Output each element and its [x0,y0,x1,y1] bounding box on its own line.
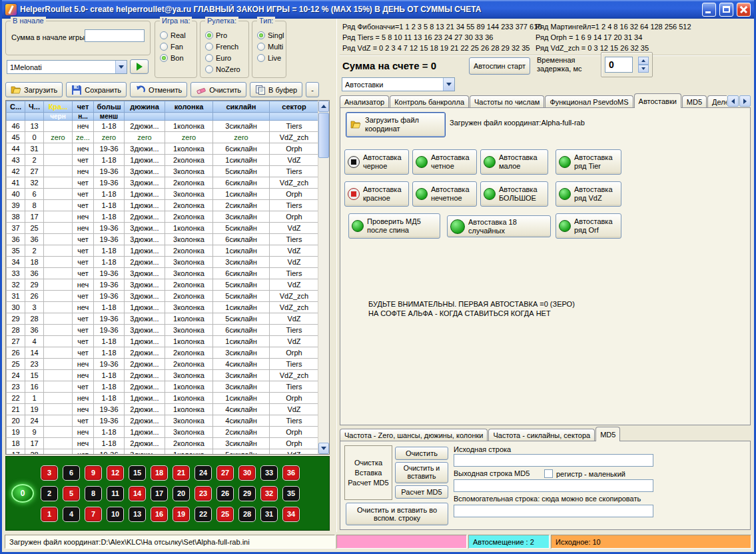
play-button[interactable] [130,59,149,74]
chevron-down-icon[interactable] [443,78,454,91]
tab-Контроль банкролла[interactable]: Контроль банкролла [390,95,469,108]
start-sum-input[interactable] [85,29,145,42]
calc-md5-button[interactable]: Расчет MD5 [395,485,448,499]
board-number-25[interactable]: 25 [216,507,234,522]
bet-button[interactable]: Автоставка ряд VdZ [556,181,621,207]
spin-row[interactable]: 2024чернчет19-362дюжи...3колонка4сиклайн… [7,415,319,427]
board-number-2[interactable]: 2 [41,486,58,501]
board-number-14[interactable]: 14 [129,486,146,501]
scroll-up-button[interactable] [318,101,329,112]
board-number-31[interactable]: 31 [260,507,278,522]
board-number-9[interactable]: 9 [85,465,102,481]
source-string-input[interactable] [454,454,653,467]
board-number-18[interactable]: 18 [151,465,168,481]
board-number-34[interactable]: 34 [282,507,300,522]
board-number-1[interactable]: 1 [41,507,58,522]
board-number-8[interactable]: 8 [85,486,102,501]
tab-scroll-left-button[interactable] [727,95,739,107]
bet-button[interactable]: Автоставка красное [344,181,409,207]
eraser-button[interactable]: Очистить [190,82,246,97]
spin-row[interactable]: 3126чернчет19-363дюжи...2колонка5сиклайн… [7,291,319,302]
delay-value[interactable]: 0 [605,57,633,73]
board-number-7[interactable]: 7 [85,507,102,522]
board-number-3[interactable]: 3 [41,465,58,481]
board-number-21[interactable]: 21 [173,465,190,481]
md5-output-input[interactable] [454,479,653,492]
spin-row[interactable]: 3229черннеч19-363дюжи...2колонка5сиклайн… [7,279,319,291]
autobets-combo[interactable]: Автоставки [342,77,455,91]
chevron-down-icon[interactable] [115,61,127,73]
board-number-5[interactable]: 5 [63,486,80,501]
tab-Частоты по числам[interactable]: Частоты по числам [470,95,544,108]
radio-Pro[interactable]: Pro [205,29,248,41]
spin-row[interactable]: 3817черннеч1-182дюжи...2колонка3сиклайнO… [7,211,319,223]
spin-row[interactable]: 2614кра...чет1-182дюжи...2колонка3сиклай… [7,347,319,359]
spin-row[interactable]: 303кра...неч1-181дюжи...3колонка1сиклайн… [7,302,319,313]
scroll-down-button[interactable] [318,443,329,454]
radio-Live[interactable]: Live [257,52,285,63]
close-button[interactable] [737,3,751,17]
spin-row[interactable]: 199кра...неч1-181дюжи...3колонка2сиклайн… [7,427,319,438]
spin-row[interactable]: 2415черннеч1-182дюжи...3колонка3сиклайнV… [7,370,319,381]
board-number-23[interactable]: 23 [194,486,212,501]
undo-button[interactable]: Отменить [130,82,187,97]
minimize-button[interactable] [702,3,716,17]
tab-Частота - сиклайны, сектора[interactable]: Частота - сиклайны, сектора [488,429,595,441]
board-number-19[interactable]: 19 [173,507,190,522]
board-number-10[interactable]: 10 [107,507,124,522]
bet-button[interactable]: Проверить МД5 после спина [348,213,440,239]
board-number-15[interactable]: 15 [129,465,146,481]
spin-row[interactable]: 4132кра...чет19-363дюжи...2колонка6сикла… [7,177,319,189]
lowercase-checkbox[interactable] [544,469,553,478]
spin-row[interactable]: 432чернчет1-181дюжи...2колонка1сиклайнVd… [7,155,319,166]
board-number-33[interactable]: 33 [260,465,278,481]
tab-Автоставки[interactable]: Автоставки [634,93,681,108]
board-number-35[interactable]: 35 [282,486,300,501]
radio-French[interactable]: French [205,41,248,52]
bet-button[interactable]: Автоставка малое [480,149,548,175]
board-number-32[interactable]: 32 [260,486,278,501]
aux-string-input[interactable] [454,505,653,517]
board-number-0[interactable]: 0 [11,484,34,503]
floppy-button[interactable]: Сохранить [66,82,127,97]
table-scrollbar[interactable] [318,101,329,454]
spin-row[interactable]: 4227кра...неч19-363дюжи...3колонка5сикла… [7,166,319,177]
clipboard-button[interactable]: В буфер [250,82,302,97]
board-number-11[interactable]: 11 [107,486,124,501]
spin-row[interactable]: 450zeroze...zerozerozerozeroVdZ_zch [7,132,319,143]
spin-row[interactable]: 406чернчет1-181дюжи...3колонка1сиклайнOr… [7,189,319,200]
autospin-button[interactable]: Автоспин старт [469,57,530,75]
radio-Real[interactable]: Real [160,29,196,41]
spin-row[interactable]: 3636кра...чет19-363дюжи...3колонка6сикла… [7,234,319,245]
spin-row[interactable]: 3418чернчет1-182дюжи...3колонка3сиклайнV… [7,257,319,268]
board-number-24[interactable]: 24 [194,465,212,481]
tab-MD5[interactable]: MD5 [682,95,707,108]
spin-row[interactable]: 1817черннеч1-182дюжи...2колонка3сиклайнO… [7,438,319,449]
board-number-29[interactable]: 29 [238,486,256,501]
clear-paste-button[interactable]: Очистить и вставить [395,462,448,483]
bet-button[interactable]: Автоставка ряд Orf [556,213,621,239]
spin-row[interactable]: 4613черннеч1-182дюжи...1колонка3сиклайнT… [7,121,319,132]
folder-open-button[interactable]: Загрузить [5,82,63,97]
board-number-16[interactable]: 16 [151,507,168,522]
spin-row[interactable]: 2316кра...чет1-182дюжи...1колонка3сиклай… [7,381,319,393]
tab-MD5[interactable]: MD5 [595,427,620,441]
maximize-button[interactable] [719,3,733,17]
bet-button[interactable]: Автоставка четное [412,149,477,175]
spin-row[interactable]: 2836кра...чет19-363дюжи...3колонка6сикла… [7,325,319,336]
spin-row[interactable]: 221кра...неч1-181дюжи...1колонка1сиклайн… [7,393,319,404]
collapse-button[interactable]: - [306,82,319,97]
spin-row[interactable]: 274чернчет1-181дюжи...1колонка1сиклайнVd… [7,336,319,347]
tab-Анализатор[interactable]: Анализатор [340,95,389,108]
bet-button[interactable]: Автоставка 18 случайных [447,215,551,237]
spin-row[interactable]: 3336кра...чет19-363дюжи...3колонка6сикла… [7,268,319,279]
board-number-17[interactable]: 17 [151,486,168,501]
board-number-12[interactable]: 12 [107,465,124,481]
board-number-36[interactable]: 36 [282,465,300,481]
radio-Singl[interactable]: Singl [257,29,285,41]
board-number-26[interactable]: 26 [216,486,234,501]
preset-combo[interactable]: 1Melonati [7,60,127,74]
board-number-13[interactable]: 13 [129,507,146,522]
tab-Делени[interactable]: Делени [707,95,727,108]
spin-row[interactable]: 398чернчет1-181дюжи...2колонка2сиклайнTi… [7,200,319,211]
